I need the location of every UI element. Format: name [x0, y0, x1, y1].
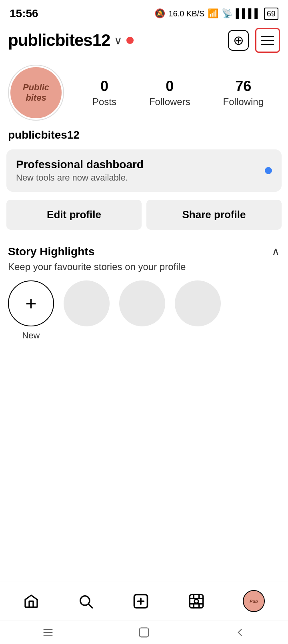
highlight-circle-2 — [119, 280, 165, 326]
pro-dashboard-dot — [265, 167, 272, 174]
posts-count: 0 — [100, 78, 108, 95]
system-home-button[interactable] — [137, 626, 151, 639]
pro-dashboard-subtitle: New tools are now available. — [16, 173, 144, 183]
highlights-row: + New — [0, 280, 288, 353]
profile-nav-item[interactable]: Pub — [243, 590, 265, 612]
search-nav-item[interactable] — [78, 593, 94, 609]
avatar-wrapper[interactable]: Publicbites — [8, 65, 64, 121]
top-header: publicbites12 ∨ ⊕ — [0, 24, 288, 57]
share-profile-button[interactable]: Share profile — [146, 200, 282, 230]
svg-rect-5 — [190, 594, 203, 608]
bottom-navigation: Pub — [0, 582, 288, 620]
collapse-highlights-button[interactable]: ∧ — [272, 245, 280, 258]
menu-line-1 — [261, 36, 274, 37]
username-display[interactable]: publicbites12 — [8, 31, 110, 50]
followers-stat[interactable]: 0 Followers — [149, 78, 190, 107]
online-indicator — [126, 37, 134, 44]
wifi-icon: 📶 — [208, 8, 218, 19]
username-area: publicbites12 ∨ — [8, 31, 134, 50]
system-menu-button[interactable] — [41, 626, 55, 639]
svg-line-1 — [89, 604, 92, 608]
professional-dashboard[interactable]: Professional dashboard New tools are now… — [6, 149, 282, 192]
following-stat[interactable]: 76 Following — [223, 78, 264, 107]
profile-actions: Edit profile Share profile — [6, 200, 282, 230]
edit-profile-button[interactable]: Edit profile — [6, 200, 142, 230]
highlight-circle-1 — [64, 280, 110, 326]
avatar-label: Publicbites — [23, 82, 49, 103]
story-highlights-subtitle: Keep your favourite stories on your prof… — [0, 261, 288, 280]
profile-avatar-nav: Pub — [243, 590, 265, 612]
status-time: 15:56 — [10, 7, 38, 20]
svg-rect-16 — [140, 628, 149, 637]
plus-icon: + — [25, 294, 36, 313]
status-icons: 🔕 16.0 KB/S 📶 📡 ▌▌▌▌ 69 — [154, 8, 278, 20]
highlight-circle-3 — [175, 280, 221, 326]
home-nav-item[interactable] — [23, 593, 39, 609]
highlight-placeholder-1 — [64, 280, 110, 326]
new-highlight-label: New — [22, 330, 40, 341]
signal-icon: 📡 — [222, 8, 232, 19]
plus-square-icon: ⊕ — [233, 33, 244, 48]
mute-icon: 🔕 — [154, 8, 165, 19]
followers-count: 0 — [166, 78, 174, 95]
pro-dashboard-text: Professional dashboard New tools are now… — [16, 158, 144, 183]
system-navigation — [0, 620, 288, 644]
status-bar: 15:56 🔕 16.0 KB/S 📶 📡 ▌▌▌▌ 69 — [0, 0, 288, 24]
svg-point-6 — [194, 599, 198, 603]
new-highlight-item[interactable]: + New — [8, 280, 54, 341]
header-actions: ⊕ — [228, 28, 280, 53]
avatar: Publicbites — [10, 67, 62, 118]
create-post-button[interactable]: ⊕ — [228, 30, 249, 51]
network-speed: 16.0 KB/S — [168, 9, 204, 18]
profile-section: Publicbites 0 Posts 0 Followers 76 Follo… — [0, 57, 288, 125]
display-name: publicbites12 — [0, 125, 288, 149]
posts-stat[interactable]: 0 Posts — [92, 78, 116, 107]
dropdown-arrow-icon[interactable]: ∨ — [114, 34, 122, 47]
highlight-placeholder-3 — [175, 280, 221, 326]
following-label: Following — [223, 96, 264, 107]
svg-point-0 — [80, 596, 90, 605]
cellular-icon: ▌▌▌▌ — [236, 8, 260, 19]
story-highlights-header: Story Highlights ∧ — [0, 241, 288, 261]
menu-line-3 — [261, 44, 274, 45]
new-highlight-circle[interactable]: + — [8, 280, 54, 326]
battery-indicator: 69 — [264, 8, 278, 20]
following-count: 76 — [235, 78, 251, 95]
system-back-button[interactable] — [233, 626, 247, 639]
menu-button[interactable] — [255, 28, 280, 53]
menu-line-2 — [261, 40, 274, 41]
stats-row: 0 Posts 0 Followers 76 Following — [76, 78, 280, 107]
reels-nav-item[interactable] — [188, 593, 204, 609]
posts-label: Posts — [92, 96, 116, 107]
highlight-placeholder-2 — [119, 280, 165, 326]
create-nav-item[interactable] — [132, 592, 150, 610]
story-highlights-title: Story Highlights — [8, 245, 94, 258]
pro-dashboard-title: Professional dashboard — [16, 158, 144, 171]
followers-label: Followers — [149, 96, 190, 107]
